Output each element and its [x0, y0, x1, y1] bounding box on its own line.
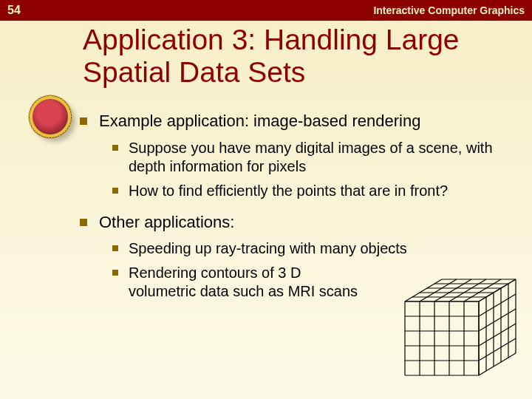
svg-line-20	[434, 279, 471, 301]
sub-bullet-text: Suppose you have many digital images of …	[129, 139, 514, 176]
slide-number: 54	[7, 4, 21, 17]
course-label: Interactive Computer Graphics	[373, 4, 525, 16]
svg-line-22	[464, 279, 501, 301]
svg-line-33	[479, 309, 516, 331]
slide: 54 Interactive Computer Graphics Applica…	[0, 0, 532, 399]
sub-bullet-text: Speeding up ray-tracing with many object…	[129, 239, 514, 258]
svg-line-35	[479, 279, 516, 301]
square-bullet-icon	[112, 145, 118, 151]
bullet-text: Other applications:	[99, 212, 514, 233]
bullet-text: Example application: image-based renderi…	[99, 111, 514, 132]
seal-icon	[30, 96, 71, 137]
svg-line-21	[449, 279, 486, 301]
svg-line-18	[405, 279, 442, 301]
top-bar: 54 Interactive Computer Graphics	[0, 0, 532, 21]
sub-bullet-text: How to find efficiently the points that …	[129, 182, 514, 200]
sub-bullet-item: How to find efficiently the points that …	[112, 182, 514, 200]
square-bullet-icon	[80, 219, 87, 226]
cube-figure	[399, 270, 519, 381]
square-bullet-icon	[112, 188, 118, 194]
cube-grid-icon	[399, 270, 519, 381]
square-bullet-icon	[112, 270, 118, 276]
bullet-item: Example application: image-based renderi…	[80, 111, 514, 200]
svg-line-30	[479, 353, 516, 375]
sub-bullet-item: Speeding up ray-tracing with many object…	[112, 239, 514, 258]
square-bullet-icon	[80, 117, 87, 125]
svg-line-32	[479, 324, 516, 346]
svg-line-19	[420, 279, 457, 301]
slide-title: Application 3: Handling Large Spatial Da…	[0, 21, 532, 95]
sub-bullet-item: Suppose you have many digital images of …	[112, 139, 514, 176]
svg-line-31	[479, 338, 516, 361]
square-bullet-icon	[112, 245, 118, 251]
sub-bullet-text: Rendering contours of 3 D volumetric dat…	[129, 264, 365, 301]
